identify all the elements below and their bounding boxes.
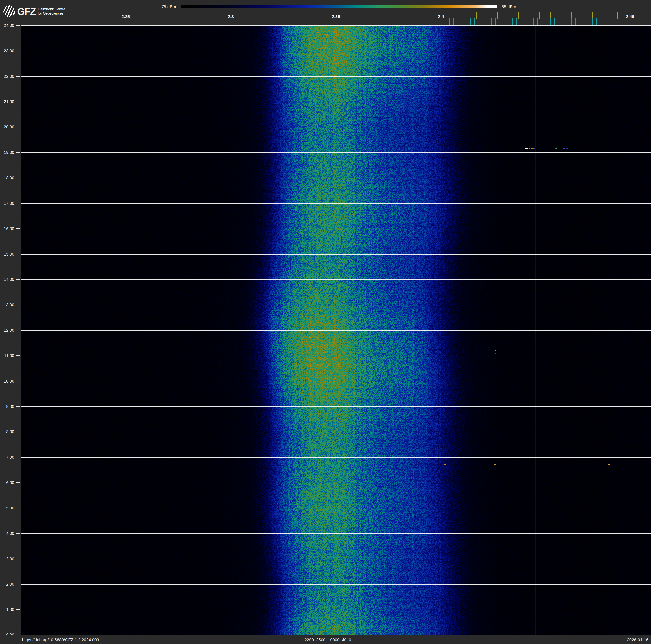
ble-channel-tick: [517, 19, 517, 25]
time-tick: [16, 432, 20, 432]
time-tick-label: 15:00: [1, 252, 14, 257]
ble-channel-tick: [458, 19, 458, 25]
ble-channel-tick: [559, 19, 559, 25]
freq-tick-label: 2.35: [332, 14, 340, 19]
freq-tick-label: 2.49: [626, 14, 634, 19]
ble-channel-tick: [567, 19, 567, 25]
time-tick-label: 11:00: [1, 353, 14, 358]
minor-tick: [294, 19, 294, 25]
ble-channel-tick: [605, 19, 605, 25]
time-tick-label: 21:00: [1, 99, 14, 104]
gfz-globe-icon: [3, 5, 15, 17]
time-tick: [16, 406, 20, 407]
ble-channel-tick: [521, 19, 521, 25]
time-tick-label: 22:00: [1, 74, 14, 79]
ble-channel-tick: [563, 19, 563, 25]
dataset-id-text: 1_2200_2500_10000_40_0: [300, 638, 351, 642]
minor-tick: [231, 19, 231, 25]
ble-channel-tick: [512, 19, 513, 25]
ble-channel-tick: [533, 19, 534, 25]
ble-channel-tick: [576, 19, 576, 25]
ble-channel-tick: [470, 19, 471, 25]
ble-channel-tick: [462, 19, 462, 25]
ble-channel-tick: [466, 19, 466, 25]
time-tick-label: 20:00: [1, 125, 14, 129]
ble-channel-tick: [571, 19, 571, 25]
time-tick-label: 19:00: [1, 150, 14, 155]
time-tick: [16, 101, 20, 102]
wifi-channel-tick: [617, 12, 618, 19]
colorbar-max-label: -55 dBm: [500, 4, 516, 9]
ble-channel-tick: [508, 19, 508, 25]
time-tick-label: 8:00: [1, 430, 14, 434]
time-tick-label: 4:00: [1, 531, 14, 536]
wifi-channel-tick: [582, 12, 582, 19]
minor-tick: [315, 19, 315, 25]
time-tick-label: 23:00: [1, 48, 14, 53]
date-text: 2026-01-16: [627, 638, 649, 642]
time-tick: [16, 254, 20, 254]
wifi-channel-tick: [592, 12, 593, 19]
minor-tick: [104, 19, 105, 25]
wifi-channel-tick: [561, 12, 561, 19]
org-name: Helmholtz Centre for Geosciences: [38, 7, 65, 16]
time-tick-label: 3:00: [1, 556, 14, 561]
wifi-channel-tick: [539, 12, 540, 19]
ble-channel-tick: [500, 19, 500, 25]
time-tick-label: 24:00: [1, 23, 14, 28]
time-tick: [16, 355, 20, 356]
ble-channel-tick: [491, 19, 492, 25]
time-tick: [16, 152, 20, 153]
time-tick: [16, 482, 20, 483]
ble-channel-tick: [495, 19, 496, 25]
time-tick-label: 17:00: [1, 201, 14, 206]
time-tick-label: 6:00: [1, 480, 14, 485]
minor-tick: [84, 19, 84, 25]
ble-channel-tick: [487, 19, 488, 25]
ble-channel-tick: [609, 19, 610, 25]
minor-tick: [41, 19, 42, 25]
ble-channel-tick: [596, 19, 597, 25]
time-tick-label: 2:00: [1, 582, 14, 587]
freq-tick-label: 2.4: [438, 14, 444, 19]
wifi-channel-tick: [550, 12, 551, 19]
wifi-channel-tick: [571, 12, 571, 19]
ble-channel-tick: [449, 19, 450, 25]
ble-channel-tick: [525, 19, 525, 25]
freq-tick-label: 2.3: [228, 14, 234, 19]
doi-text: https://doi.org/10.5880/GFZ.1.2.2024.003: [22, 638, 99, 642]
time-tick: [16, 304, 20, 305]
ble-channel-tick: [584, 19, 584, 25]
time-tick: [16, 51, 20, 51]
minor-tick: [210, 19, 210, 25]
time-tick-label: 10:00: [1, 379, 14, 383]
time-tick: [16, 229, 20, 229]
time-tick-label: 5:00: [1, 505, 14, 510]
freq-tick-label: 2.25: [122, 14, 130, 19]
time-tick: [16, 279, 20, 280]
time-tick: [16, 127, 20, 127]
time-tick-label: 7:00: [1, 455, 14, 460]
time-tick-label: 12:00: [1, 328, 14, 333]
ble-channel-tick: [504, 19, 504, 25]
ble-channel-tick: [588, 19, 588, 25]
minor-tick: [252, 19, 252, 25]
time-tick: [16, 381, 20, 381]
minor-tick: [167, 19, 168, 25]
spectrogram-canvas: [21, 25, 651, 635]
time-tick: [16, 76, 20, 77]
time-tick-label: 13:00: [1, 302, 14, 307]
wifi-channel-tick: [519, 12, 519, 19]
ble-channel-tick: [546, 19, 547, 25]
time-tick: [16, 25, 20, 26]
wifi-channel-tick: [508, 12, 508, 19]
ble-channel-tick: [600, 19, 601, 25]
time-tick: [16, 533, 20, 534]
ble-channel-tick: [478, 19, 479, 25]
gfz-logo: GFZ Helmholtz Centre for Geosciences: [3, 5, 65, 17]
time-tick: [16, 457, 20, 457]
ble-channel-tick: [474, 19, 475, 25]
org-abbr: GFZ: [17, 6, 36, 17]
time-tick: [16, 584, 20, 584]
ble-channel-tick: [554, 19, 555, 25]
